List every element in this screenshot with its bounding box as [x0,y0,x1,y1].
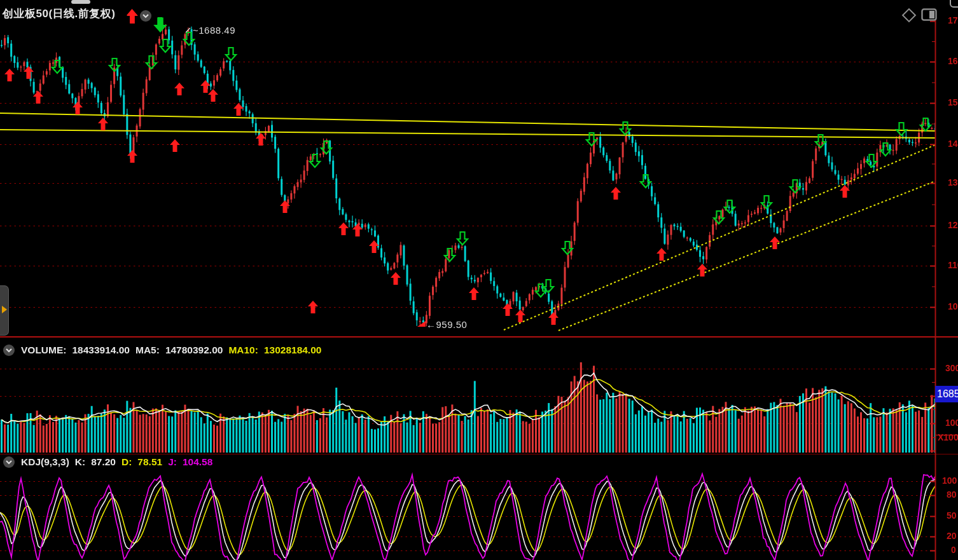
kdj-header: KDJ(9,3,3) K: 87.20 D: 78.51 J: 104.58 [3,456,212,468]
sell-arrow-legend-icon [155,17,165,31]
k-value: 87.20 [91,456,116,468]
axis-label: 1000 [945,418,958,428]
d-label: D: [121,456,132,468]
volume-header: VOLUME: 18433914.00 MA5: 14780392.00 MA1… [3,344,321,357]
axis-label: 50 [947,510,957,521]
split-view-icon[interactable] [921,8,937,21]
chart-canvas[interactable] [0,0,958,560]
volume-label: VOLUME: [21,345,66,356]
axis-label: 1600 [948,56,958,66]
axis-label: 0 [951,545,956,555]
buy-arrow-legend-icon [127,9,137,23]
d-value: 78.51 [137,456,162,468]
collapse-volume-icon[interactable] [3,344,15,357]
axis-label: 1400 [948,139,958,149]
j-label: J: [168,456,177,468]
top-scrollbar-fragment[interactable] [71,0,90,4]
axis-label: 3000 [945,363,958,373]
panel-expand-handle[interactable] [0,285,9,336]
high-annotation: ~1688.49 [193,25,235,36]
axis-label: 1000 [948,301,958,311]
j-value: 104.58 [183,456,212,468]
price-badge: 1685 [935,386,958,402]
k-label: K: [75,456,85,468]
axis-label: 1500 [948,97,958,107]
page-title: 创业板50(日线.前复权) [3,6,115,21]
axis-label: 20 [947,531,957,541]
expand-arrow-icon [2,306,7,313]
kdj-label: KDJ(9,3,3) [21,456,69,468]
axis-label: 1300 [948,177,958,188]
window-corner-fragment [950,0,958,8]
ma5-value: 14780392.00 [165,345,223,356]
axis-label: 1100 [948,260,958,270]
axis-label: 80 [947,489,957,500]
stock-chart-app: 创业板50(日线.前复权) ~1688.49 ←959.50 VOLUME: 1… [0,0,958,560]
axis-label: X10000 [938,432,958,442]
axis-label: 1700 [948,15,958,25]
ma10-value: 13028184.00 [264,345,322,356]
volume-value: 18433914.00 [72,345,130,356]
axis-label: 1200 [948,220,958,230]
collapse-main-chart-icon[interactable] [139,10,152,22]
ma10-label: MA10: [228,345,258,356]
axis-label: 100 [942,475,957,486]
low-annotation: ←959.50 [426,319,467,330]
ma5-label: MA5: [135,345,160,356]
collapse-kdj-icon[interactable] [3,456,15,468]
